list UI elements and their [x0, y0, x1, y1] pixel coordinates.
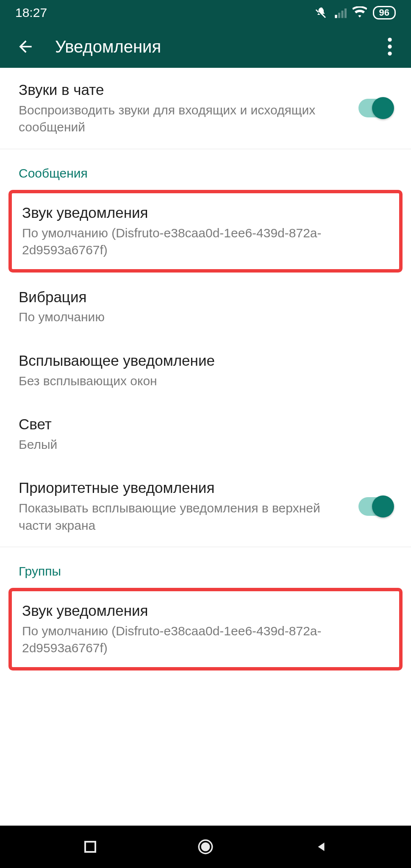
- messages-notification-sound-row[interactable]: Звук уведомления По умолчанию (Disfruto-…: [8, 190, 403, 273]
- messages-priority-title: Приоритетные уведомления: [19, 479, 346, 497]
- status-icons: 96: [315, 6, 396, 19]
- chat-sounds-title: Звуки в чате: [19, 81, 346, 99]
- nav-recent-button[interactable]: [65, 834, 116, 860]
- groups-notification-sound-row[interactable]: Звук уведомления По умолчанию (Disfruto-…: [8, 588, 403, 670]
- messages-notification-sound-subtitle: По умолчанию (Disfruto-e38caa0d-1ee6-439…: [22, 225, 389, 259]
- section-header-groups: Группы: [0, 547, 411, 585]
- groups-notification-sound-subtitle: По умолчанию (Disfruto-e38caa0d-1ee6-439…: [22, 623, 389, 657]
- nav-back-button[interactable]: [296, 834, 347, 860]
- messages-priority-toggle[interactable]: [358, 497, 392, 516]
- chat-sounds-subtitle: Воспроизводить звуки для входящих и исхо…: [19, 102, 346, 136]
- nav-home-button[interactable]: [180, 834, 231, 860]
- messages-light-title: Свет: [19, 415, 392, 434]
- messages-light-row[interactable]: Свет Белый: [0, 402, 411, 466]
- groups-notification-sound-title: Звук уведомления: [22, 601, 389, 620]
- wifi-icon: [353, 6, 367, 19]
- mute-icon: [315, 6, 328, 19]
- messages-vibration-subtitle: По умолчанию: [19, 309, 392, 326]
- svg-point-2: [388, 52, 392, 56]
- svg-point-0: [388, 38, 392, 42]
- status-bar: 18:27 96: [0, 0, 411, 25]
- messages-priority-subtitle: Показывать всплывающие уведомления в вер…: [19, 500, 346, 534]
- app-bar: Уведомления: [0, 25, 411, 68]
- svg-point-5: [202, 843, 209, 851]
- android-navbar: [0, 826, 411, 868]
- settings-content: Звуки в чате Воспроизводить звуки для вх…: [0, 68, 411, 826]
- messages-light-subtitle: Белый: [19, 436, 392, 453]
- chat-sounds-toggle[interactable]: [358, 99, 392, 117]
- messages-priority-row[interactable]: Приоритетные уведомления Показывать вспл…: [0, 466, 411, 547]
- messages-vibration-title: Вибрация: [19, 288, 392, 306]
- messages-vibration-row[interactable]: Вибрация По умолчанию: [0, 275, 411, 339]
- signal-icon: [334, 6, 347, 19]
- messages-popup-row[interactable]: Всплывающее уведомление Без всплывающих …: [0, 339, 411, 402]
- svg-rect-3: [85, 842, 95, 852]
- status-time: 18:27: [15, 6, 47, 20]
- section-header-messages: Сообщения: [0, 149, 411, 187]
- messages-popup-title: Всплывающее уведомление: [19, 351, 392, 370]
- chat-sounds-row[interactable]: Звуки в чате Воспроизводить звуки для вх…: [0, 68, 411, 149]
- back-button[interactable]: [13, 34, 38, 59]
- overflow-menu-button[interactable]: [377, 34, 403, 59]
- page-title: Уведомления: [55, 37, 161, 56]
- battery-level: 96: [379, 8, 389, 17]
- svg-point-1: [388, 45, 392, 48]
- messages-notification-sound-title: Звук уведомления: [22, 203, 389, 222]
- battery-indicator: 96: [373, 6, 396, 19]
- messages-popup-subtitle: Без всплывающих окон: [19, 373, 392, 390]
